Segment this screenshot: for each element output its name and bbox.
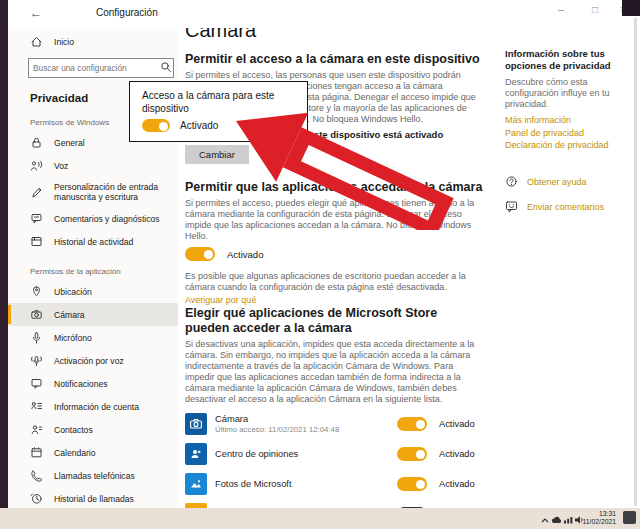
section-label-app-permissions: Permisos de la aplicación <box>8 253 178 280</box>
sidebar-item-feedback-diagnostics[interactable]: Comentarios y diagnósticos <box>8 207 178 230</box>
home-icon <box>30 35 45 48</box>
apps-access-section: Permitir que las aplicaciones accedan a … <box>185 180 485 305</box>
app-row-photos: Fotos de Microsoft Activado <box>185 469 497 499</box>
desktop-corner <box>622 0 640 16</box>
taskbar-clock[interactable]: 13:31 11/02/2021 <box>582 510 616 526</box>
maximize-button[interactable]: □ <box>586 4 604 15</box>
privacy-info-body: Descubre cómo esta configuración influye… <box>505 77 625 110</box>
taskbar: 13:31 11/02/2021 <box>0 508 640 529</box>
photos-toggle[interactable] <box>397 477 427 491</box>
sidebar-item-home[interactable]: Inicio <box>8 30 178 53</box>
back-arrow-icon[interactable]: ← <box>30 6 42 20</box>
app-row-camera: Cámara Último acceso: 11/02/2021 12:04:4… <box>185 409 497 439</box>
apps-access-toggle-label: Activado <box>227 249 263 260</box>
app-name: Centro de opiniones <box>215 449 397 460</box>
calendar-icon <box>30 446 45 459</box>
app-name: Fotos de Microsoft <box>215 479 397 490</box>
device-access-toggle[interactable] <box>142 119 170 132</box>
call-history-clock-icon <box>30 492 45 505</box>
desktop-apps-note: Es posible que algunas aplicaciones de e… <box>185 271 480 293</box>
device-camera-access-popup: Acceso a la cámara para este dispositivo… <box>129 81 308 142</box>
sidebar-item-voice[interactable]: Voz <box>8 154 178 177</box>
find-out-why-link[interactable]: Averiguar por qué <box>185 295 485 305</box>
privacy-statement-link[interactable]: Declaración de privacidad <box>505 140 625 152</box>
pen-icon <box>30 186 45 199</box>
popup-label: Acceso a la cámara para este dispositivo <box>142 90 294 115</box>
store-apps-section: Elegir qué aplicaciones de Microsoft Sto… <box>185 306 497 529</box>
search-box[interactable] <box>28 58 174 78</box>
action-center-icon[interactable] <box>623 511 636 524</box>
camera-app-icon <box>185 413 207 435</box>
contacts-icon <box>30 423 45 436</box>
privacy-dashboard-link[interactable]: Panel de privacidad <box>505 128 625 140</box>
scrollbar[interactable] <box>634 18 637 506</box>
apps-access-heading: Permitir que las aplicaciones accedan a … <box>185 180 485 195</box>
account-card-icon <box>30 400 45 413</box>
get-help-link[interactable]: Obtener ayuda <box>527 177 587 189</box>
app-name: Cámara <box>215 414 397 425</box>
apps-access-toggle[interactable] <box>185 247 215 261</box>
location-pin-icon <box>30 285 45 298</box>
network-icon[interactable] <box>563 512 574 529</box>
sidebar-item-microphone[interactable]: Micrófono <box>8 326 178 349</box>
search-icon <box>160 59 173 77</box>
camera-icon <box>30 308 45 321</box>
sidebar-item-voice-activation[interactable]: Activación por voz <box>8 349 178 372</box>
clock-time: 13:31 <box>582 510 616 518</box>
feedback-hub-toggle[interactable] <box>397 447 427 461</box>
feedback-smiley-icon <box>505 199 519 217</box>
chat-feedback-icon <box>30 212 45 225</box>
clock-date: 11/02/2021 <box>582 518 616 526</box>
hidden-icons-chevron-icon[interactable] <box>540 512 550 529</box>
sidebar-item-activity-history[interactable]: Historial de actividad <box>8 230 178 253</box>
search-input[interactable] <box>29 63 160 73</box>
privacy-info-panel: Información sobre tus opciones de privac… <box>505 48 625 217</box>
feedback-hub-app-icon <box>185 443 207 465</box>
store-apps-heading: Elegir qué aplicaciones de Microsoft Sto… <box>185 306 485 336</box>
privacy-info-heading: Información sobre tus opciones de privac… <box>505 48 625 72</box>
minimize-button[interactable]: – <box>552 4 570 15</box>
sidebar-item-notifications[interactable]: Notificaciones <box>8 372 178 395</box>
sidebar-item-calendar[interactable]: Calendario <box>8 441 178 464</box>
lock-icon <box>30 136 45 149</box>
selected-accent-bar <box>8 305 11 324</box>
voice-activation-icon <box>30 354 45 367</box>
get-help-row[interactable]: Obtener ayuda <box>505 174 625 192</box>
sidebar-item-location[interactable]: Ubicación <box>8 280 178 303</box>
app-last-access: Último acceso: 11/02/2021 12:04:48 <box>215 425 397 434</box>
notifications-icon <box>30 377 45 390</box>
send-feedback-link[interactable]: Enviar comentarios <box>527 202 604 214</box>
device-access-toggle-label: Activado <box>180 120 218 131</box>
store-apps-description: Si desactivas una aplicación, impides qu… <box>185 339 480 405</box>
sidebar-item-account-info[interactable]: Información de cuenta <box>8 395 178 418</box>
apps-access-description: Si permites el acceso, puedes elegir qué… <box>185 198 480 242</box>
send-feedback-row[interactable]: Enviar comentarios <box>505 199 625 217</box>
camera-app-toggle[interactable] <box>397 417 427 431</box>
help-icon <box>505 174 519 192</box>
sidebar-item-call-history[interactable]: Historial de llamadas <box>8 487 178 510</box>
sidebar-item-camera[interactable]: Cámara <box>8 303 178 326</box>
app-row-feedback-hub: Centro de opiniones Activado <box>185 439 497 469</box>
sidebar-item-inking-typing[interactable]: Personalización de entrada manuscrita y … <box>8 177 178 207</box>
speech-person-icon <box>30 159 45 172</box>
sidebar-item-contacts[interactable]: Contactos <box>8 418 178 441</box>
title-bar: ← Configuración – □ × <box>8 0 640 28</box>
photos-app-icon <box>185 473 207 495</box>
activity-history-icon <box>30 235 45 248</box>
desktop-edge-strip <box>0 0 8 510</box>
onedrive-cloud-icon[interactable] <box>551 512 563 529</box>
change-button[interactable]: Cambiar <box>185 145 249 164</box>
sidebar-item-phone-calls[interactable]: Llamadas telefónicas <box>8 464 178 487</box>
microphone-icon <box>30 331 45 344</box>
camera-app-toggle-label: Activado <box>439 419 497 429</box>
feedback-hub-toggle-label: Activado <box>439 449 497 459</box>
more-info-link[interactable]: Más información <box>505 115 625 127</box>
window-title: Configuración <box>96 7 158 18</box>
device-access-heading: Permitir el acceso a la cámara en este d… <box>185 52 485 67</box>
photos-toggle-label: Activado <box>439 479 497 489</box>
phone-icon <box>30 469 45 482</box>
